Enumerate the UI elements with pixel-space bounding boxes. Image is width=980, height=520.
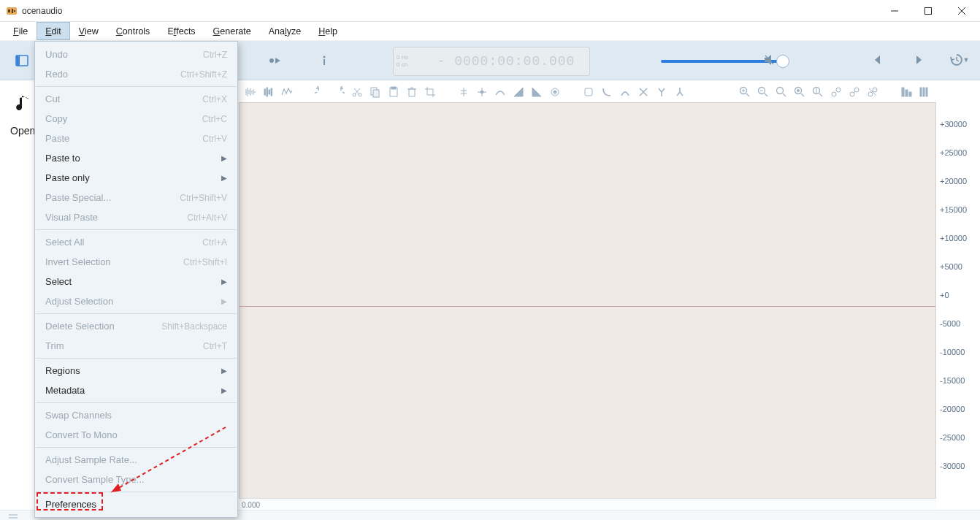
ruler-tick-label: +10000 <box>936 223 980 252</box>
cut-icon[interactable] <box>351 86 363 98</box>
waveform-canvas[interactable] <box>239 102 936 510</box>
menu-delete-selection: Delete SelectionShift+Backspace <box>35 316 237 336</box>
menu-generate[interactable]: Generate <box>204 22 260 40</box>
menu-paste-only[interactable]: Paste only▶ <box>35 168 237 188</box>
delete-icon[interactable] <box>406 86 418 98</box>
menu-regions[interactable]: Regions▶ <box>35 361 237 381</box>
menu-controls[interactable]: Controls <box>107 22 159 40</box>
menu-metadata[interactable]: Metadata▶ <box>35 381 237 400</box>
menu-paste: PasteCtrl+V <box>35 129 237 148</box>
menu-paste-to[interactable]: Paste to▶ <box>35 148 237 168</box>
zoom-in-icon[interactable] <box>739 86 751 98</box>
fadein-icon[interactable] <box>513 86 524 98</box>
svg-rect-13 <box>264 89 266 95</box>
time-ruler[interactable]: 0.000 <box>239 498 936 510</box>
fadeout-icon[interactable] <box>531 86 543 98</box>
fx-icon[interactable] <box>549 86 561 98</box>
path2-icon[interactable] <box>619 86 631 98</box>
align-icon[interactable] <box>458 86 470 98</box>
svg-rect-20 <box>373 90 379 97</box>
wave3-icon[interactable] <box>281 86 293 98</box>
svg-rect-9 <box>16 56 20 66</box>
titlebar: ocenaudio <box>0 0 980 22</box>
lcd-display: 0 Hz 0 ch - 0000:00:00.000 <box>393 47 590 76</box>
cross-icon[interactable] <box>638 86 649 98</box>
menu-view[interactable]: View <box>70 22 107 40</box>
menu-visual-paste: Visual PasteCtrl+Alt+V <box>35 207 237 227</box>
path1-icon[interactable] <box>601 86 613 98</box>
svg-rect-45 <box>926 88 927 96</box>
link1-icon[interactable] <box>830 86 842 98</box>
menu-redo: RedoCtrl+Shift+Z <box>35 64 237 84</box>
meter-icon[interactable] <box>919 86 930 98</box>
svg-rect-16 <box>271 88 272 96</box>
link2-icon[interactable] <box>849 86 860 98</box>
zoom-fit-icon[interactable] <box>776 86 787 98</box>
copy-icon[interactable] <box>370 86 381 98</box>
edit-menu-dropdown: UndoCtrl+ZRedoCtrl+Shift+ZCutCtrl+XCopyC… <box>34 41 238 518</box>
menu-undo: UndoCtrl+Z <box>35 45 237 64</box>
nav-forward-icon[interactable] <box>908 50 929 70</box>
paste-icon[interactable] <box>388 86 399 98</box>
undo-icon[interactable] <box>315 86 326 98</box>
maximize-button[interactable] <box>911 0 945 22</box>
menu-copy: CopyCtrl+C <box>35 109 237 129</box>
svg-rect-1 <box>8 9 10 12</box>
music-note-icon <box>15 93 34 112</box>
ruler-tick-label: -30000 <box>936 451 980 480</box>
menu-analyze[interactable]: Analyze <box>260 22 310 40</box>
ruler-tick-label: +0 <box>936 280 980 309</box>
menu-adjust-selection: Adjust Selection▶ <box>35 291 237 311</box>
svg-rect-14 <box>267 88 268 96</box>
svg-rect-23 <box>409 89 415 96</box>
wave1-icon[interactable] <box>245 86 256 98</box>
menu-preferences[interactable]: Preferences <box>35 494 237 514</box>
toolbar-secondary <box>239 82 936 102</box>
status-list-icon[interactable] <box>9 511 18 519</box>
fork-icon[interactable] <box>656 86 667 98</box>
transport-icon[interactable] <box>264 50 285 71</box>
zoom-sel-icon[interactable] <box>794 86 805 98</box>
svg-rect-3 <box>14 10 15 12</box>
info-icon[interactable] <box>314 50 334 71</box>
menu-adjust-sample-rate: Adjust Sample Rate... <box>35 450 237 470</box>
speaker-icon[interactable] <box>759 50 780 70</box>
ruler-tick-label: +15000 <box>936 195 980 223</box>
link3-icon[interactable] <box>867 86 878 98</box>
close-button[interactable] <box>945 0 979 22</box>
minimize-button[interactable] <box>878 0 911 22</box>
menu-file[interactable]: File <box>4 22 37 40</box>
svg-point-11 <box>324 56 326 58</box>
menu-select[interactable]: Select▶ <box>35 272 237 291</box>
ruler-tick-label: -5000 <box>936 309 980 337</box>
zoom-v-icon[interactable] <box>812 86 824 98</box>
crop-icon[interactable] <box>424 86 436 98</box>
svg-rect-12 <box>324 59 325 65</box>
target-icon[interactable] <box>476 86 488 98</box>
svg-point-35 <box>836 88 841 92</box>
nav-back-icon[interactable] <box>868 50 888 70</box>
app-title: ocenaudio <box>22 6 62 16</box>
menu-help[interactable]: Help <box>310 22 346 40</box>
menu-select-all: Select AllCtrl+A <box>35 232 237 252</box>
curve-icon[interactable] <box>494 86 506 98</box>
lcd-time: - 0000:00:00.000 <box>423 54 589 69</box>
history-icon[interactable]: ▼ <box>949 50 970 70</box>
lcd-ch: 0 ch <box>397 61 423 69</box>
zoom-out-icon[interactable] <box>757 86 769 98</box>
levels-icon[interactable] <box>900 86 912 98</box>
ruler-tick-label: +20000 <box>936 167 980 195</box>
svg-rect-22 <box>391 87 396 89</box>
redo-icon[interactable] <box>333 86 345 98</box>
marker-icon[interactable] <box>583 86 594 98</box>
menu-effects[interactable]: Effects <box>158 22 204 40</box>
svg-point-39 <box>873 88 877 92</box>
app-icon <box>6 5 18 17</box>
panel-toggle-icon[interactable] <box>12 50 32 71</box>
canvas-midline <box>240 306 935 307</box>
svg-rect-42 <box>909 92 911 96</box>
menu-edit[interactable]: Edit <box>37 22 70 40</box>
svg-rect-41 <box>906 90 908 96</box>
merge-icon[interactable] <box>674 86 686 98</box>
wave2-icon[interactable] <box>263 86 275 98</box>
